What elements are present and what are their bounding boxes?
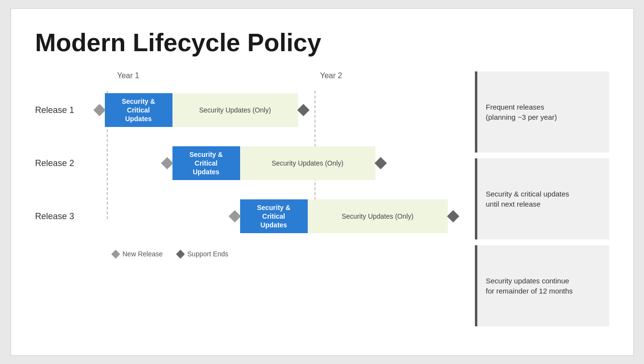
release2-end-diamond — [374, 157, 386, 169]
release2-blue-block: Security & Critical Updates — [172, 146, 240, 180]
diagram-area: Year 1 Year 2 Release 1 Sec — [35, 71, 609, 326]
legend-support-ends: Support Ends — [177, 250, 229, 258]
release1-start-diamond — [93, 104, 105, 116]
release3-blue-block: Security & Critical Updates — [240, 199, 308, 233]
year2-label: Year 2 — [320, 71, 343, 80]
release-row-1: Release 1 Security & Critical Updates Se… — [35, 91, 460, 129]
legend-box-3: Security updates continue for remainder … — [475, 245, 609, 326]
legend-box-2: Security & critical updates until next r… — [475, 158, 609, 239]
release-row-2: Release 2 Security & Critical Updates Se… — [35, 144, 460, 182]
page-title: Modern Lifecycle Policy — [35, 28, 609, 57]
release1-blue-block: Security & Critical Updates — [105, 93, 172, 127]
year-labels: Year 1 Year 2 — [113, 71, 460, 86]
timeline-section: Year 1 Year 2 Release 1 Sec — [35, 71, 460, 326]
bottom-legend: New Release Support Ends — [113, 250, 460, 258]
release1-label: Release 1 — [35, 105, 93, 115]
year1-label: Year 1 — [117, 71, 140, 80]
new-release-diamond-icon — [111, 250, 120, 258]
row-content-2: Security & Critical Updates Security Upd… — [161, 146, 387, 180]
release3-start-diamond — [229, 210, 241, 222]
legend-section: Frequent releases (planning ~3 per year)… — [460, 71, 609, 326]
release2-label: Release 2 — [35, 158, 93, 168]
support-ends-diamond-icon — [176, 250, 185, 258]
release-rows: Release 1 Security & Critical Updates Se… — [35, 91, 460, 258]
release-row-3: Release 3 Security & Critical Updates Se… — [35, 197, 460, 236]
release3-light-block: Security Updates (Only) — [308, 199, 448, 233]
release2-light-block: Security Updates (Only) — [240, 146, 375, 180]
legend-box-1: Frequent releases (planning ~3 per year) — [475, 71, 609, 153]
slide: Modern Lifecycle Policy Year 1 Year 2 Re… — [11, 8, 634, 356]
release3-label: Release 3 — [35, 211, 93, 222]
row-content-3: Security & Critical Updates Security Upd… — [229, 199, 459, 233]
release1-end-diamond — [297, 104, 309, 116]
legend-new-release: New Release — [113, 250, 163, 258]
row-content-1: Security & Critical Updates Security Upd… — [93, 93, 310, 127]
release3-end-diamond — [447, 210, 459, 222]
release2-start-diamond — [161, 157, 173, 169]
release1-light-block: Security Updates (Only) — [172, 93, 298, 127]
